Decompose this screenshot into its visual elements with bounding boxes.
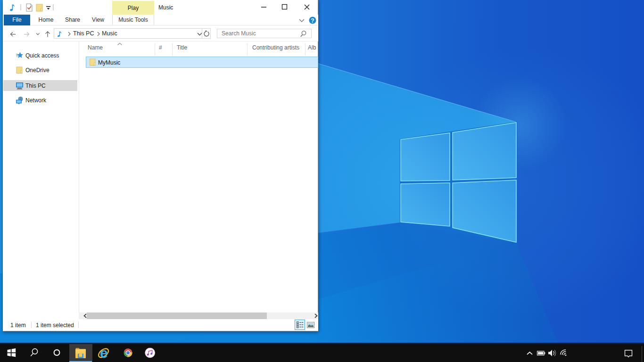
svg-text:e: e xyxy=(100,345,108,361)
svg-text:?: ? xyxy=(311,17,314,24)
